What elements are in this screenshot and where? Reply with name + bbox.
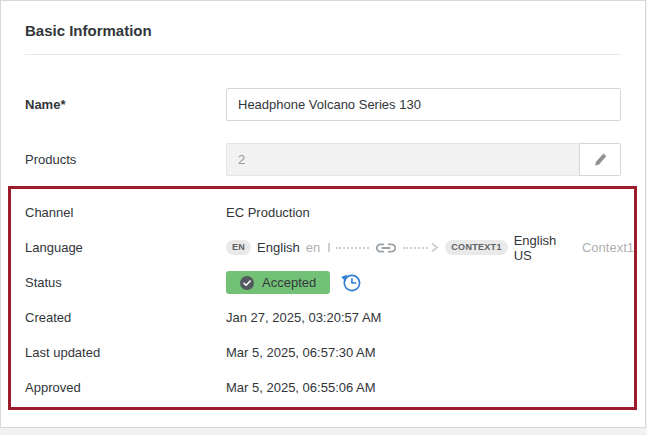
created-value: Jan 27, 2025, 03:20:57 AM [226, 310, 381, 325]
source-language-badge: EN [226, 240, 251, 255]
target-language-name: English US [514, 233, 576, 263]
approved-value: Mar 5, 2025, 06:55:06 AM [226, 380, 376, 395]
basic-information-card: Basic Information Name* Products [0, 0, 646, 428]
status-row: Status Accepted [11, 265, 634, 300]
language-row: Language EN English en [11, 230, 634, 265]
language-label: Language [25, 240, 226, 255]
last-updated-value: Mar 5, 2025, 06:57:30 AM [226, 345, 376, 360]
products-label: Products [25, 152, 226, 167]
chevron-right-icon [430, 242, 439, 253]
status-value: Accepted [226, 271, 362, 294]
approved-label: Approved [25, 380, 226, 395]
pencil-icon [592, 151, 609, 168]
name-input[interactable] [226, 88, 621, 121]
connector-dotted-line [403, 247, 428, 249]
connector-tick [328, 243, 330, 252]
edit-products-button[interactable] [579, 143, 621, 176]
channel-label: Channel [25, 205, 226, 220]
status-label: Status [25, 275, 226, 290]
source-language-code: en [306, 240, 320, 255]
status-history-button[interactable] [339, 271, 362, 294]
source-language-name: English [257, 240, 300, 255]
channel-row: Channel EC Production [11, 195, 634, 230]
name-row: Name* [25, 88, 621, 121]
target-context-name: Context1 [582, 240, 634, 255]
status-badge: Accepted [226, 271, 330, 294]
history-icon [339, 271, 362, 294]
name-label: Name* [25, 97, 226, 112]
check-circle-icon [240, 276, 254, 290]
link-icon [375, 242, 397, 254]
products-count-field [226, 143, 579, 176]
last-updated-label: Last updated [25, 345, 226, 360]
target-context-badge: CONTEXT1 [445, 240, 507, 255]
created-row: Created Jan 27, 2025, 03:20:57 AM [11, 300, 634, 335]
status-badge-label: Accepted [262, 275, 316, 290]
approved-row: Approved Mar 5, 2025, 06:55:06 AM [11, 370, 634, 405]
products-field-group [226, 143, 621, 176]
section-title: Basic Information [25, 1, 621, 39]
last-updated-row: Last updated Mar 5, 2025, 06:57:30 AM [11, 335, 634, 370]
language-value: EN English en [226, 233, 634, 263]
connector-dotted-line [336, 247, 369, 249]
created-label: Created [25, 310, 226, 325]
section-divider [25, 54, 621, 55]
annotation-highlight-box: Channel EC Production Language EN Englis… [8, 186, 637, 410]
products-row: Products [25, 143, 621, 176]
channel-value: EC Production [226, 205, 310, 220]
